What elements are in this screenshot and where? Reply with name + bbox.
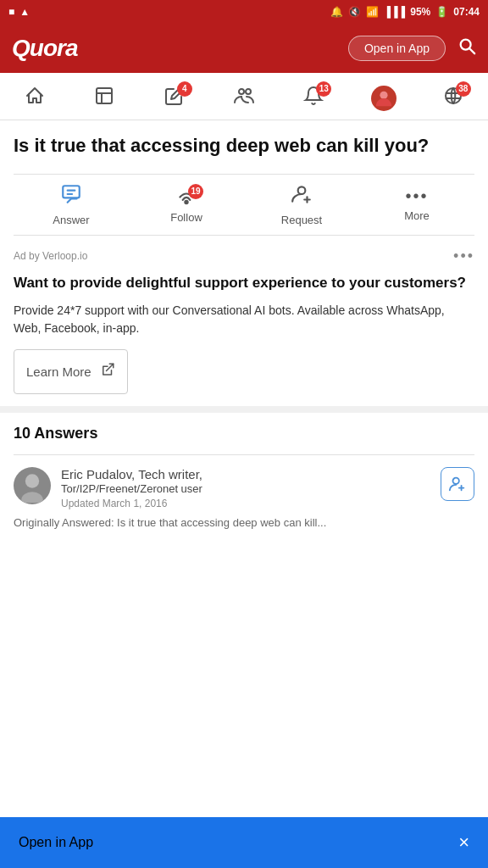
quora-logo: Quora — [12, 35, 77, 62]
time-display: 07:44 — [453, 6, 480, 18]
learn-more-button[interactable]: Learn More — [14, 349, 128, 394]
svg-point-20 — [25, 474, 39, 487]
bottom-banner-text[interactable]: Open in App — [19, 835, 93, 850]
more-button[interactable]: ••• More — [359, 186, 474, 222]
main-content: Is it true that accessing deep web can k… — [0, 120, 488, 236]
author-role: Tor/I2P/Freenet/Zeronet user — [61, 482, 202, 495]
globe-icon: 38 — [443, 86, 463, 111]
author-row: Eric Pudalov, Tech writer, Tor/I2P/Freen… — [14, 467, 474, 509]
answer-preview: Originally Answered: Is it true that acc… — [14, 515, 474, 540]
author-info: Eric Pudalov, Tech writer, Tor/I2P/Freen… — [61, 467, 202, 509]
tab-notifications[interactable]: 13 — [279, 73, 348, 120]
globe-badge: 38 — [456, 81, 471, 97]
mute-icon: 🔇 — [348, 6, 361, 18]
action-row: Answer 19 Follow Request — [14, 174, 474, 236]
tab-write[interactable]: 4 — [140, 73, 209, 120]
ad-title: Want to provide delightful support exper… — [14, 274, 474, 293]
ad-label: Ad by Verloop.io — [14, 250, 87, 262]
wifi-icon: 📶 — [366, 6, 379, 18]
follow-badge: 19 — [188, 184, 203, 199]
answer-item: Eric Pudalov, Tech writer, Tor/I2P/Freen… — [0, 467, 488, 540]
nav-tabs: 4 13 — [0, 73, 488, 120]
svg-rect-11 — [63, 186, 80, 198]
svg-point-22 — [453, 477, 459, 483]
more-label: More — [404, 209, 430, 222]
answers-section: 10 Answers — [0, 413, 488, 455]
ad-section: Ad by Verloop.io ••• Want to provide del… — [0, 236, 488, 413]
signal-icon: ▐▐▐ — [384, 6, 406, 18]
follow-icon: 19 — [175, 186, 197, 208]
write-badge: 4 — [177, 81, 192, 97]
follow-button[interactable]: 19 Follow — [129, 186, 244, 224]
open-in-app-button[interactable]: Open in App — [348, 36, 446, 61]
home-icon — [25, 86, 45, 111]
tab-globe[interactable]: 38 — [419, 73, 488, 120]
svg-point-6 — [246, 89, 251, 94]
tab-profile[interactable] — [348, 73, 418, 120]
notifications-badge: 13 — [316, 81, 331, 97]
bottom-banner: Open in App × — [0, 817, 488, 868]
spaces-icon — [234, 86, 254, 111]
ad-body: Provide 24*7 support with our Conversati… — [14, 302, 474, 337]
request-icon — [291, 183, 313, 210]
follow-author-button[interactable] — [441, 467, 474, 501]
answer-label: Answer — [53, 214, 89, 226]
answers-count: 10 Answers — [14, 425, 474, 442]
learn-more-label: Learn More — [26, 364, 92, 379]
svg-point-15 — [298, 186, 306, 194]
answer-date: Updated March 1, 2016 — [61, 498, 202, 509]
svg-line-18 — [106, 364, 113, 370]
request-label: Request — [281, 214, 322, 226]
svg-point-5 — [239, 89, 244, 94]
tab-feed[interactable] — [69, 73, 139, 120]
answer-button[interactable]: Answer — [14, 183, 129, 226]
write-icon: 4 — [164, 86, 185, 111]
ad-more-button[interactable]: ••• — [453, 248, 474, 265]
svg-line-1 — [469, 48, 474, 53]
author-left: Eric Pudalov, Tech writer, Tor/I2P/Freen… — [14, 467, 202, 509]
ad-header: Ad by Verloop.io ••• — [14, 248, 474, 265]
alarm-icon: 🔔 — [330, 6, 343, 18]
answer-icon — [60, 183, 82, 210]
svg-point-14 — [185, 200, 187, 203]
author-avatar — [14, 467, 51, 504]
header-actions: Open in App — [348, 36, 476, 61]
status-left-icons: ■ ▲ — [8, 6, 30, 18]
author-name: Eric Pudalov, Tech writer, — [61, 467, 202, 481]
status-bar: ■ ▲ 🔔 🔇 📶 ▐▐▐ 95% 🔋 07:44 — [0, 0, 488, 24]
tab-home[interactable] — [0, 73, 69, 120]
search-icon[interactable] — [458, 36, 476, 60]
profile-avatar — [371, 86, 396, 111]
question-title: Is it true that accessing deep web can k… — [14, 134, 474, 159]
request-button[interactable]: Request — [244, 183, 359, 226]
navigation-icon: ▲ — [19, 6, 30, 18]
tab-spaces[interactable] — [209, 73, 279, 120]
divider — [14, 454, 474, 455]
external-link-icon — [100, 362, 115, 381]
calendar-icon: ■ — [8, 6, 14, 18]
status-right-info: 🔔 🔇 📶 ▐▐▐ 95% 🔋 07:44 — [330, 6, 480, 18]
feed-icon — [94, 86, 114, 111]
bell-icon: 13 — [303, 86, 324, 111]
follow-label: Follow — [170, 211, 202, 224]
svg-point-7 — [380, 91, 387, 98]
battery-icon: 🔋 — [435, 6, 448, 18]
more-icon: ••• — [405, 186, 428, 206]
battery-percent: 95% — [410, 6, 430, 18]
app-header: Quora Open in App — [0, 24, 488, 73]
close-icon[interactable]: × — [458, 832, 469, 854]
svg-rect-2 — [97, 88, 112, 103]
